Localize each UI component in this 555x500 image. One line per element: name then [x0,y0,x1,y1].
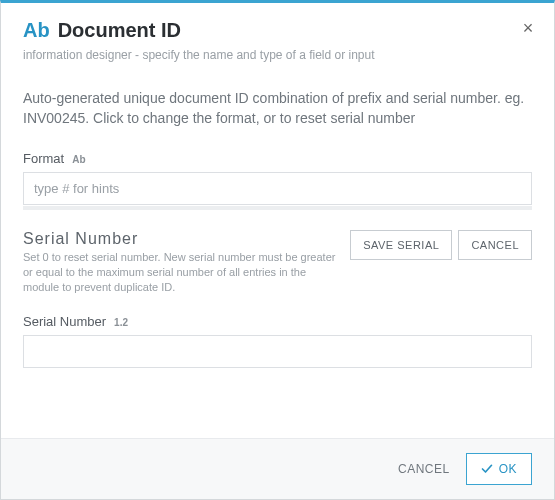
serial-button-row: SAVE SERIAL CANCEL [350,230,532,260]
document-id-modal: Ab Document ID × information designer - … [0,0,555,500]
serial-number-label: Serial Number [23,314,106,329]
serial-number-field: Serial Number 1.2 [23,314,532,368]
title-row: Ab Document ID [23,19,532,42]
ok-button-label: OK [499,462,517,476]
modal-title: Document ID [58,19,181,42]
format-divider [23,206,532,210]
modal-subtitle: information designer - specify the name … [23,48,532,62]
cancel-serial-button[interactable]: CANCEL [458,230,532,260]
field-type-badge: Ab [23,19,50,42]
format-label: Format [23,151,64,166]
close-icon[interactable]: × [518,19,538,39]
serial-number-type-hint: 1.2 [114,317,128,328]
field-description: Auto-generated unique document ID combin… [23,88,532,129]
format-label-row: Format Ab [23,151,532,166]
modal-header: Ab Document ID × information designer - … [1,3,554,66]
format-type-hint: Ab [72,154,85,165]
serial-number-input[interactable] [23,335,532,368]
modal-footer: CANCEL OK [1,438,554,499]
serial-header-row: Serial Number Set 0 to reset serial numb… [23,230,532,296]
cancel-button[interactable]: CANCEL [398,462,450,476]
ok-button[interactable]: OK [466,453,532,485]
serial-title: Serial Number [23,230,338,248]
serial-header-text: Serial Number Set 0 to reset serial numb… [23,230,338,296]
check-icon [481,463,493,475]
save-serial-button[interactable]: SAVE SERIAL [350,230,452,260]
format-input[interactable] [23,172,532,205]
serial-number-label-row: Serial Number 1.2 [23,314,532,329]
serial-section: Serial Number Set 0 to reset serial numb… [23,230,532,368]
format-field: Format Ab [23,151,532,210]
serial-note: Set 0 to reset serial number. New serial… [23,250,338,296]
modal-body: Auto-generated unique document ID combin… [1,66,554,438]
